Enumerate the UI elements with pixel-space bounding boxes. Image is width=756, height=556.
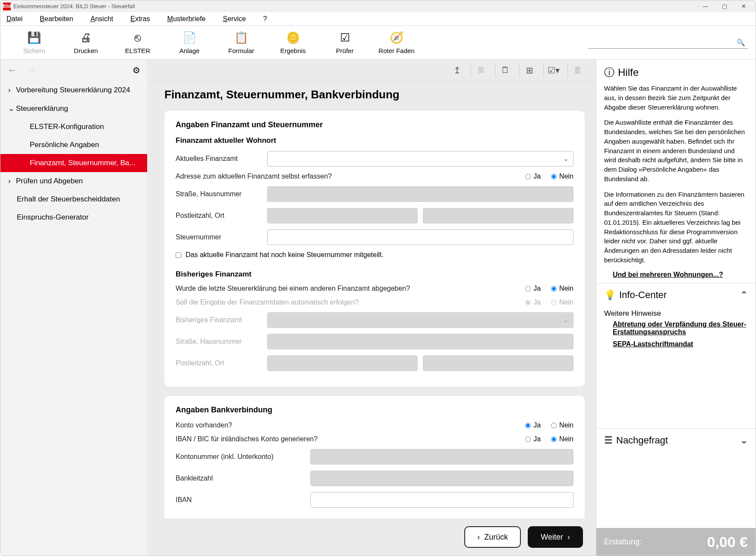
toolbar-formular[interactable]: 📋Formular <box>215 31 267 54</box>
info-link-sepa[interactable]: SEPA-Lastschriftmandat <box>596 340 756 352</box>
help-link-wohnungen[interactable]: Und bei mehreren Wohnungen...? <box>596 271 756 283</box>
chevron-down-icon: ⌄ <box>740 435 748 446</box>
label-ibanbic: IBAN / BIC für inländisches Konto generi… <box>176 435 520 443</box>
input-strasse <box>267 186 573 202</box>
toolbar-search[interactable]: 🔍 <box>588 37 748 49</box>
tree-persoenlich[interactable]: Persönliche Angaben <box>0 136 147 154</box>
bulb-icon: 💡 <box>604 289 616 301</box>
radio-adresse-ja[interactable]: Ja <box>525 173 541 180</box>
radio-konto-ja[interactable]: Ja <box>525 421 541 429</box>
tree-vorbereitung[interactable]: ›Vorbereitung Steuererklärung 2024 <box>0 81 147 99</box>
chevron-down-icon: ⌄ <box>8 104 13 113</box>
coins-icon: 🪙 <box>286 31 300 44</box>
help-p1: Wählen Sie das Finanzamt in der Auswahll… <box>596 84 756 118</box>
tree-einspruch[interactable]: Einspruchs-Generator <box>0 208 147 226</box>
tree-steuererklaerung[interactable]: ⌄Steuererklärung <box>0 99 147 118</box>
card-bank: Angaben Bankverbindung Konto vorhanden? … <box>164 396 585 518</box>
card-finanzamt: Angaben Finanzamt und Steuernummer Finan… <box>164 111 585 386</box>
radio-ibanbic-ja[interactable]: Ja <box>525 435 541 443</box>
select-aktuelles-finanzamt[interactable]: ⌄ <box>267 151 573 166</box>
back-button[interactable]: ‹Zurück <box>464 526 521 548</box>
main-check-button[interactable]: ☑▾ <box>543 63 564 78</box>
main-notes-button[interactable]: 🗒 <box>495 63 516 78</box>
minimize-button[interactable]: — <box>696 0 715 12</box>
main-delete-button[interactable]: 🗑 <box>567 63 588 78</box>
toolbar: 💾Sichern 🖨Drucken ⎋ELSTER 📄Anlage 📋Formu… <box>0 26 756 60</box>
subhead-bisherig: Bisheriges Finanzamt <box>176 270 573 279</box>
close-button[interactable]: ✕ <box>734 0 753 12</box>
menu-help[interactable]: ? <box>263 15 267 23</box>
label-kontonr: Kontonummer (inkl. Unterkonto) <box>176 453 305 461</box>
radio-auto-nein: Nein <box>551 298 573 306</box>
tree-elster[interactable]: ELSTER-Konfiguration <box>0 118 147 136</box>
input-plz2 <box>267 355 418 371</box>
radio-ibanbic-nein[interactable]: Nein <box>551 435 573 443</box>
menu-datei[interactable]: Datei <box>6 15 22 23</box>
label-aktuelles-finanzamt: Aktuelles Finanzamt <box>176 155 262 163</box>
nav-settings-icon[interactable]: ⚙ <box>132 65 140 75</box>
toolbar-roter-faden[interactable]: 🧭Roter Faden <box>371 31 422 54</box>
label-blz: Bankleitzahl <box>176 474 305 482</box>
next-button[interactable]: Weiter› <box>528 526 583 548</box>
label-adresse-selbst: Adresse zum aktuellen Finanzamt selbst e… <box>176 173 520 180</box>
radio-letzte-ja[interactable]: Ja <box>525 285 541 292</box>
label-strasse2: Straße, Hausnummer <box>176 338 262 346</box>
add-page-icon: 📄 <box>183 31 196 44</box>
chevron-down-icon: ⌄ <box>563 155 569 163</box>
radio-konto-nein[interactable]: Nein <box>551 421 573 429</box>
toolbar-sichern: 💾Sichern <box>8 31 60 54</box>
tree-pruefen[interactable]: ›Prüfen und Abgeben <box>0 172 147 190</box>
maximize-button[interactable]: ▢ <box>715 0 734 12</box>
label-iban: IBAN <box>176 496 305 504</box>
checkbox-no-stnr[interactable] <box>176 252 181 258</box>
help-p3: Die Informationen zu den Finanzämtern ba… <box>596 190 756 271</box>
input-kontonr <box>310 449 573 465</box>
menu-extras[interactable]: Extras <box>130 15 150 23</box>
nav-back[interactable]: ← <box>7 65 17 76</box>
radio-adresse-nein[interactable]: Nein <box>551 173 573 180</box>
nachgefragt-header[interactable]: ☰Nachgefragt⌄ <box>596 428 756 452</box>
help-title: Hilfe <box>618 66 639 79</box>
main-page-button[interactable]: 🗎 <box>471 63 491 78</box>
titlebar: Bild Einkommensteuer 2024: BILD Steuer -… <box>0 0 756 12</box>
label-auto: Soll die Eingabe der Finanzamtdaten auto… <box>176 298 520 306</box>
menu-musterbriefe[interactable]: Musterbriefe <box>167 15 206 23</box>
search-icon: 🔍 <box>737 38 745 47</box>
input-plz <box>267 208 418 223</box>
label-plz2: Postleitzahl, Ort <box>176 359 262 367</box>
info-hinweise: Weitere Hinweise <box>596 307 756 320</box>
toolbar-ergebnis[interactable]: 🪙Ergebnis <box>267 31 319 54</box>
checklist-icon: ☑ <box>340 31 350 44</box>
chevron-right-icon: › <box>8 86 13 94</box>
toolbar-drucken[interactable]: 🖨Drucken <box>60 31 112 54</box>
info-link-abtretung[interactable]: Abtretung oder Verpfändung des Steuer-Er… <box>596 320 756 340</box>
input-steuernummer[interactable] <box>267 229 573 245</box>
menu-service[interactable]: Service <box>223 15 246 23</box>
input-strasse2 <box>267 334 573 349</box>
input-iban[interactable] <box>310 492 573 508</box>
menu-bearbeiten[interactable]: Bearbeiten <box>40 15 73 23</box>
tree-erhalt[interactable]: Erhalt der Steuerbescheiddaten <box>0 190 147 208</box>
chevron-right-icon: › <box>567 533 570 542</box>
info-center-header[interactable]: 💡Info-Center⌃ <box>596 283 756 307</box>
chevron-left-icon: ‹ <box>477 533 480 542</box>
main-calc-button[interactable]: ⊞ <box>519 63 540 78</box>
refund-bar: Erstattung: 0,00 € <box>596 528 756 556</box>
tree-finanzamt[interactable]: Finanzamt, Steuernummer, Ba... <box>0 154 147 172</box>
elster-icon: ⎋ <box>134 31 141 44</box>
chevron-up-icon: ⌃ <box>740 289 748 301</box>
radio-auto-ja: Ja <box>525 298 541 306</box>
toolbar-anlage[interactable]: 📄Anlage <box>164 31 215 54</box>
radio-letzte-nein[interactable]: Nein <box>551 285 573 292</box>
toolbar-pruefer[interactable]: ☑Prüfer <box>319 31 371 54</box>
label-steuernummer: Steuernummer <box>176 233 262 241</box>
main-up-button[interactable]: ↥ <box>447 63 467 78</box>
toolbar-elster[interactable]: ⎋ELSTER <box>112 31 164 54</box>
info-icon: ⓘ <box>604 66 614 79</box>
section-finanzamt-title: Angaben Finanzamt und Steuernummer <box>176 120 573 129</box>
menu-ansicht[interactable]: Ansicht <box>91 15 113 23</box>
subhead-aktuell: Finanzamt aktueller Wohnort <box>176 136 573 145</box>
menubar: Datei Bearbeiten Ansicht Extras Musterbr… <box>0 12 756 26</box>
guide-icon: 🧭 <box>390 31 403 44</box>
input-ort <box>423 208 573 223</box>
